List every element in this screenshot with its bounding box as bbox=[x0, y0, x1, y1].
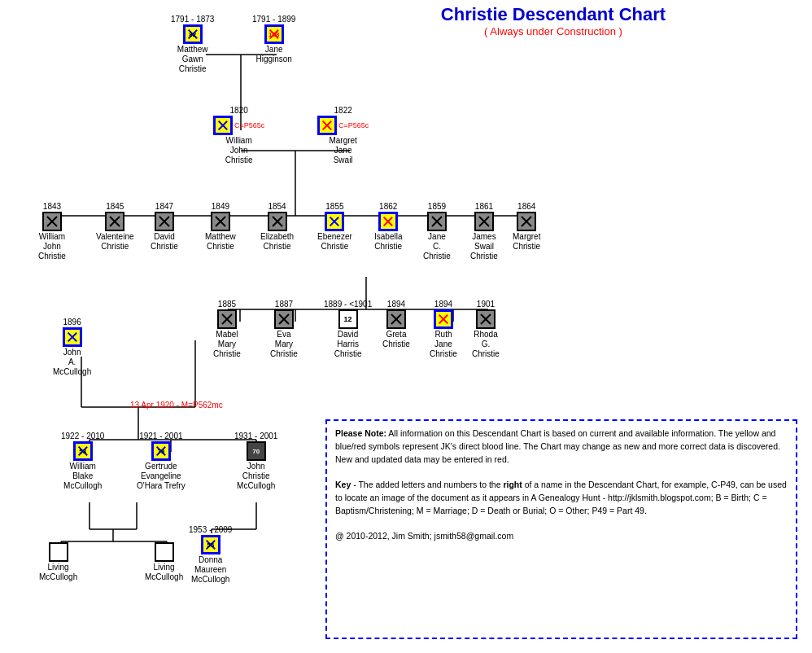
icon-isabella bbox=[378, 212, 398, 231]
badge-wjc: C=P565c bbox=[234, 121, 264, 129]
person-eva: 1887 EvaMaryChristie bbox=[270, 300, 298, 359]
name-mjs: MargretJaneSwail bbox=[329, 136, 356, 165]
person-rhoda: 1901 RhodaG.Christie bbox=[472, 300, 500, 359]
icon-john-mccullogh bbox=[63, 327, 82, 347]
person-jane-c: 1859 JaneC.Christie bbox=[423, 202, 451, 261]
person-james-swail: 1861 JamesSwailChristie bbox=[470, 202, 498, 261]
icon-john-christie: 70 bbox=[247, 441, 266, 461]
icon-janec bbox=[427, 212, 447, 231]
icon-gertrude: 79 bbox=[151, 441, 171, 461]
badge-mjs: C=P565c bbox=[338, 121, 369, 129]
subtitle: ( Always under Construction ) bbox=[325, 25, 781, 37]
icon-ebenezer bbox=[325, 212, 344, 231]
person-john-christie-mccullogh: 1931 - 2001 70 JohnChristieMcCullogh bbox=[234, 432, 277, 491]
person-margret-1864: 1864 MargretChristie bbox=[513, 202, 540, 252]
icon-matthew: 82 bbox=[183, 24, 203, 44]
icon-mjs bbox=[317, 116, 337, 135]
person-valenteine: 1845 ValenteineChristie bbox=[96, 202, 134, 252]
person-mabel: 1885 MabelMaryChristie bbox=[213, 300, 241, 359]
year-jane: 1791 - 1899 bbox=[252, 15, 295, 24]
marriage-line-text: 13 Apr 1920 - M=P562mc bbox=[130, 401, 223, 410]
person-william-john-christie: 1820 C=P565c WilliamJohnChristie bbox=[213, 106, 264, 165]
icon-matthew1849 bbox=[211, 212, 230, 231]
person-john-mccullogh: 1896 JohnA.McCullogh bbox=[53, 318, 91, 377]
person-wjc-1843: 1843 WilliamJohnChristie bbox=[38, 202, 66, 261]
person-greta: 1894 GretaChristie bbox=[382, 300, 410, 349]
icon-greta bbox=[386, 309, 406, 329]
person-william-blake: 1922 - 2010 53 WilliamBlakeMcCullogh bbox=[61, 432, 104, 491]
person-donna: 1953 - 2009 55 DonnaMaureenMcCullogh bbox=[189, 525, 232, 585]
person-david-harris: 1889 - <1901 12 DavidHarrisChristie bbox=[324, 300, 372, 359]
year-matthew: 1791 - 1873 bbox=[171, 15, 214, 24]
person-elizabeth: 1854 ElizabethChristie bbox=[260, 202, 294, 252]
icon-margret1864 bbox=[517, 212, 536, 231]
note-line-2: Key - The added letters and numbers to t… bbox=[335, 479, 788, 517]
icon-william-blake: 53 bbox=[73, 441, 93, 461]
icon-james bbox=[474, 212, 494, 231]
icon-david-harris: 12 bbox=[338, 309, 358, 329]
person-living-1: LivingMcCullogh bbox=[39, 541, 77, 582]
person-living-2: LivingMcCullogh bbox=[145, 541, 183, 582]
person-matthew-christie: 1791 - 1873 82 MatthewGawnChristie bbox=[171, 15, 214, 74]
icon-jane: 108 bbox=[264, 24, 284, 44]
year-wjc: 1820 bbox=[230, 106, 248, 115]
note-box: Please Note: All information on this Des… bbox=[325, 419, 797, 639]
person-gertrude: 1921 - 2001 79 GertrudeEvangelineO'Hara … bbox=[137, 432, 186, 491]
icon-donna: 55 bbox=[201, 535, 220, 554]
chart-container: Christie Descendant Chart ( Always under… bbox=[0, 0, 812, 653]
icon-wjc1843 bbox=[42, 212, 62, 231]
icon-ruth bbox=[434, 309, 453, 329]
year-mjs: 1822 bbox=[334, 106, 352, 115]
name-matthew: MatthewGawnChristie bbox=[177, 45, 208, 74]
note-line-1: Please Note: All information on this Des… bbox=[335, 427, 788, 466]
icon-living1 bbox=[49, 542, 68, 562]
icon-eva bbox=[274, 309, 294, 329]
main-title: Christie Descendant Chart bbox=[325, 4, 781, 25]
person-ruth-jane: 1894 RuthJaneChristie bbox=[430, 300, 457, 359]
icon-wjc bbox=[213, 116, 233, 135]
person-matthew-1849: 1849 MatthewChristie bbox=[205, 202, 236, 252]
person-margret-jane-swail: 1822 C=P565c MargretJaneSwail bbox=[317, 106, 369, 165]
icon-living2 bbox=[155, 542, 174, 562]
icon-david bbox=[155, 212, 174, 231]
person-david: 1847 DavidChristie bbox=[151, 202, 178, 252]
icon-mabel bbox=[217, 309, 237, 329]
icon-valenteine bbox=[105, 212, 124, 231]
note-copyright: @ 2010-2012, Jim Smith; jsmith58@gmail.c… bbox=[335, 530, 788, 543]
title-area: Christie Descendant Chart ( Always under… bbox=[325, 4, 781, 37]
person-isabella: 1862 IsabellaChristie bbox=[374, 202, 402, 252]
name-jane: JaneHigginson bbox=[255, 45, 291, 64]
name-wjc: WilliamJohnChristie bbox=[225, 136, 253, 165]
icon-elizabeth bbox=[268, 212, 287, 231]
person-ebenezer: 1855 EbenezerChristie bbox=[317, 202, 352, 252]
icon-rhoda bbox=[476, 309, 495, 329]
person-jane-higginson: 1791 - 1899 108 JaneHigginson bbox=[252, 15, 295, 64]
